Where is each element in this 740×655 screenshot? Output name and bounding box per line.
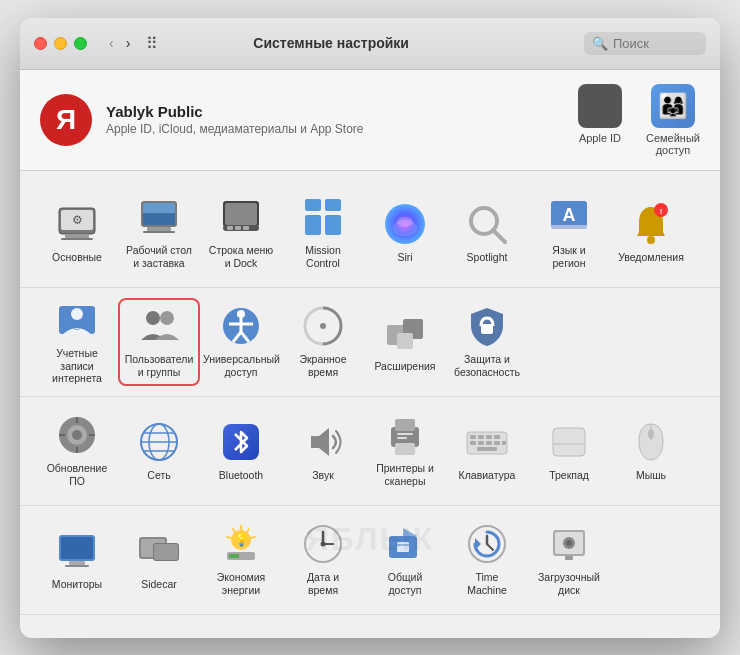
trackpad-icon [547,420,591,464]
sidebar-item-startup[interactable]: Загрузочныйдиск [528,516,610,604]
sidebar-item-keyboard[interactable]: Клавиатура [446,407,528,495]
universal-label: Универсальныйдоступ [203,353,279,378]
svg-point-35 [160,311,174,325]
svg-rect-92 [229,554,239,558]
svg-point-109 [566,540,572,546]
svg-point-42 [320,323,326,329]
extensions-label: Расширения [374,360,435,373]
sidebar-item-bluetooth[interactable]: Bluetooth [200,407,282,495]
svg-rect-99 [397,542,409,552]
sidebar-item-osnovnye[interactable]: ⚙ Основные [36,189,118,277]
timemachine-icon [465,522,509,566]
trackpad-label: Трекпад [549,469,589,482]
sidebar-item-screentime[interactable]: Экранноевремя [282,298,364,386]
sharing-icon [383,522,427,566]
svg-rect-13 [227,226,233,230]
section-2-grid: @ Учетные записиинтернета Пол [36,298,704,386]
svg-point-28 [647,236,655,244]
sidebar-item-fuse[interactable]: FUSE FUSE [36,625,118,638]
svg-point-22 [397,217,413,227]
svg-text:!: ! [660,207,663,216]
sidebar-item-users[interactable]: Пользователии группы [118,298,200,386]
sidebar-item-security[interactable]: Защита ибезопасность [446,298,528,386]
sidebar-item-universal[interactable]: Универсальныйдоступ [200,298,282,386]
datetime-label: Дата ивремя [307,571,339,596]
spotlight-label: Spotlight [467,251,508,264]
startup-icon [547,522,591,566]
sidebar-item-datetime[interactable]: Дата ивремя [282,516,364,604]
users-label: Пользователии группы [125,353,194,378]
section-1-grid: ⚙ Основные Раб [36,189,704,277]
svg-rect-72 [478,441,484,445]
sidebar-item-dock[interactable]: Строка менюи Dock [200,189,282,277]
sidebar-item-printers[interactable]: Принтеры исканеры [364,407,446,495]
sidebar-item-monitors[interactable]: Мониторы [36,516,118,604]
svg-point-49 [72,430,82,440]
fullscreen-button[interactable] [74,37,87,50]
sidebar-item-mission[interactable]: MissionControl [282,189,364,277]
sidebar-item-mouse[interactable]: Мышь [610,407,692,495]
sidebar-item-update[interactable]: ОбновлениеПО [36,407,118,495]
battery-icon: 💡 [219,522,263,566]
titlebar: ‹ › ⠿ Системные настройки 🔍 [20,18,720,70]
sidebar-item-battery[interactable]: 💡 Экономияэнергии [200,516,282,604]
window-title: Системные настройки [90,35,572,51]
svg-line-24 [493,230,505,242]
sidecar-label: Sidecar [141,578,177,591]
notif-label: Уведомления [618,251,684,264]
printers-icon [383,413,427,457]
sidebar-item-accounts[interactable]: @ Учетные записиинтернета [36,298,118,386]
sidebar-item-timemachine[interactable]: TimeMachine [446,516,528,604]
svg-rect-82 [61,537,93,559]
svg-marker-60 [311,428,329,456]
svg-rect-15 [243,226,249,230]
sidebar-item-sharing[interactable]: Общийдоступ [364,516,446,604]
svg-rect-46 [481,324,493,334]
sidebar-item-sidecar[interactable]: Sidecar [118,516,200,604]
avatar[interactable]: Я [40,94,92,146]
section-3-grid: ОбновлениеПО Сеть [36,407,704,495]
svg-rect-62 [395,419,415,431]
svg-rect-27 [551,225,587,229]
users-icon [137,304,181,348]
profile-info: Yablyk Public Apple ID, iCloud, медиамат… [106,103,564,136]
section-general: ⚙ Основные Раб [20,179,720,288]
minimize-button[interactable] [54,37,67,50]
mouse-icon [629,420,673,464]
search-input[interactable] [613,36,698,51]
section-accounts: @ Учетные записиинтернета Пол [20,288,720,397]
sidebar-item-sound[interactable]: Звук [282,407,364,495]
search-box[interactable]: 🔍 [584,32,706,55]
sidebar-item-trackpad[interactable]: Трекпад [528,407,610,495]
svg-rect-2 [61,238,93,240]
svg-rect-75 [502,441,506,445]
svg-rect-63 [395,443,415,455]
sidebar-item-notif[interactable]: ! Уведомления [610,189,692,277]
svg-rect-77 [553,428,585,456]
svg-rect-11 [225,203,257,225]
sidebar-item-siri[interactable]: Siri [364,189,446,277]
security-label: Защита ибезопасность [454,353,520,378]
startup-label: Загрузочныйдиск [538,571,600,596]
apple-id-icon [578,84,622,128]
bluetooth-icon [219,420,263,464]
family-button[interactable]: 👨‍👩‍👧 Семейныйдоступ [646,84,700,156]
sidebar-item-extensions[interactable]: Расширения [364,298,446,386]
profile-section: Я Yablyk Public Apple ID, iCloud, медиам… [20,70,720,171]
timemachine-label: TimeMachine [467,571,507,596]
sidebar-item-spotlight[interactable]: Spotlight [446,189,528,277]
close-button[interactable] [34,37,47,50]
svg-rect-1 [65,234,89,238]
svg-rect-8 [147,227,171,231]
sidebar-item-desktop[interactable]: Рабочий столи заставка [118,189,200,277]
apple-id-button[interactable]: Apple ID [578,84,622,156]
sidebar-item-lang[interactable]: A Язык ирегион [528,189,610,277]
svg-rect-73 [486,441,492,445]
profile-actions: Apple ID 👨‍👩‍👧 Семейныйдоступ [578,84,700,156]
sidebar-item-network[interactable]: Сеть [118,407,200,495]
svg-rect-70 [494,435,500,439]
svg-rect-64 [397,433,413,435]
svg-rect-100 [397,544,409,546]
svg-rect-18 [305,215,321,235]
accounts-icon: @ [55,298,99,342]
